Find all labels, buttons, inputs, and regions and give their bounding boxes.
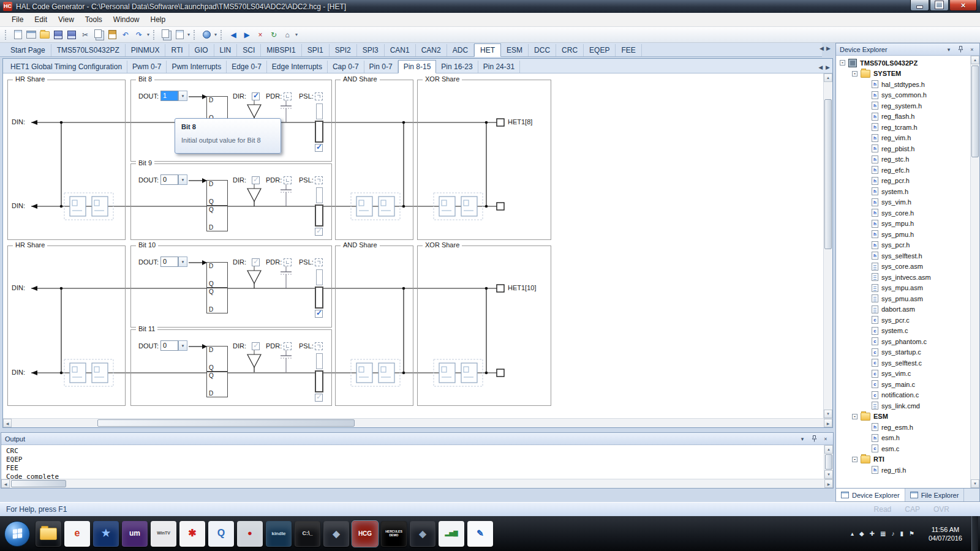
nav-stop-button[interactable]: × <box>254 29 267 41</box>
tree-file-sys-selftest-c[interactable]: csys_selftest.c <box>836 358 970 369</box>
psl-checkbox[interactable] <box>315 342 323 350</box>
chevron-down-icon[interactable]: ▾ <box>799 435 806 443</box>
collapse-toggle[interactable]: - <box>852 71 858 77</box>
pin-icon[interactable] <box>810 435 818 443</box>
view-code-button[interactable] <box>159 29 173 41</box>
taskbar-item-stats-app[interactable]: ▂▅▇ <box>439 521 464 547</box>
nav-home-button[interactable]: ⌂ <box>281 29 294 41</box>
output-vertical-scrollbar[interactable]: ▲ ▼ <box>824 445 833 479</box>
nav-refresh-button[interactable]: ↻ <box>267 29 281 41</box>
tree-file-sys-link-cmd[interactable]: sys_link.cmd <box>836 400 970 411</box>
new-window-button[interactable] <box>24 29 38 41</box>
tree-file-sys-selftest-h[interactable]: hsys_selftest.h <box>836 250 970 261</box>
tab-scroll-right-icon[interactable]: ▶ <box>826 45 831 51</box>
subtab-pwm-interrupts[interactable]: Pwm Interrupts <box>167 61 227 73</box>
tree-file-sys-startup-c[interactable]: csys_startup.c <box>836 347 970 358</box>
new-file-button[interactable] <box>11 29 24 41</box>
tree-file-reg-system-h[interactable]: hreg_system.h <box>836 100 970 111</box>
dout-input[interactable]: 0 <box>160 340 178 351</box>
tree-file-sys-intvecs-asm[interactable]: sys_intvecs.asm <box>836 272 970 283</box>
show-desktop-button[interactable] <box>971 516 978 551</box>
pdr-checkbox[interactable] <box>284 258 292 266</box>
subtab-pwm-0-7[interactable]: Pwm 0-7 <box>127 61 167 73</box>
menu-view[interactable]: View <box>53 13 80 26</box>
subtab-het1-global-timing-configuration[interactable]: HET1 Global Timing Configuration <box>6 61 127 73</box>
chevron-down-icon[interactable]: ▾ <box>945 46 952 53</box>
maximize-button[interactable] <box>930 0 949 11</box>
tray-display-icon[interactable]: ▦ <box>880 530 886 537</box>
generate-code-button[interactable] <box>200 29 213 41</box>
tree-file-sys-vim-h[interactable]: hsys_vim.h <box>836 197 970 208</box>
tab-gio[interactable]: GIO <box>189 44 214 56</box>
tree-file-hal-stdtypes-h[interactable]: hhal_stdtypes.h <box>836 79 970 90</box>
tab-tms570ls0432pz[interactable]: TMS570LS0432PZ <box>51 44 126 56</box>
paste-button[interactable] <box>105 29 119 41</box>
dir-checkbox[interactable] <box>252 258 260 266</box>
tab-start-page[interactable]: Start Page <box>5 44 51 56</box>
pin-icon[interactable] <box>957 46 964 53</box>
dir-checkbox[interactable] <box>252 342 260 350</box>
copy-button[interactable] <box>92 29 105 41</box>
subtab-scroll-right-icon[interactable]: ▶ <box>826 64 830 70</box>
taskbar-item-kindle[interactable]: kindle <box>266 521 292 547</box>
scrollbar-thumb[interactable] <box>971 66 979 157</box>
start-button[interactable] <box>4 521 30 547</box>
tree-file-reg-efc-h[interactable]: hreg_efc.h <box>836 165 970 176</box>
collapse-toggle[interactable]: - <box>840 60 845 66</box>
tab-can2[interactable]: CAN2 <box>416 44 447 56</box>
taskbar-item-quicktime[interactable]: Q <box>208 521 234 547</box>
tree-file-sys-pcr-h[interactable]: hsys_pcr.h <box>836 240 970 251</box>
tray-volume-icon[interactable]: ♪ <box>891 530 894 537</box>
taskbar-item-browser[interactable]: e <box>64 521 90 547</box>
tree-file-reg-pcr-h[interactable]: hreg_pcr.h <box>836 176 970 187</box>
scroll-up-button[interactable]: ▲ <box>971 56 979 64</box>
toolbar-group-dropdown-icon[interactable]: ▾ <box>295 32 298 37</box>
nav-forward-button[interactable]: ▶ <box>240 29 254 41</box>
tab-het[interactable]: HET <box>474 43 501 57</box>
nav-back-button[interactable]: ◀ <box>227 29 240 41</box>
psl-enable-checkbox[interactable] <box>315 144 323 152</box>
tree-file-sys-core-h[interactable]: hsys_core.h <box>836 208 970 219</box>
taskbar-clock[interactable]: 11:56 AM 04/07/2016 <box>929 525 962 542</box>
taskbar-item-wintv[interactable]: WinTV <box>151 521 176 547</box>
tree-file-sys-pmu-asm[interactable]: sys_pmu.asm <box>836 293 970 304</box>
tab-sci[interactable]: SCI <box>237 44 261 56</box>
toolbar-group-dropdown-icon[interactable]: ▾ <box>147 32 149 37</box>
tree-file-reg-tcram-h[interactable]: hreg_tcram.h <box>836 122 970 133</box>
psl-checkbox[interactable] <box>315 92 323 100</box>
psl-enable-checkbox[interactable] <box>315 228 323 236</box>
scroll-left-button[interactable]: ◀ <box>3 419 12 427</box>
close-icon[interactable]: × <box>968 46 976 53</box>
tree-file-esm-c[interactable]: cesm.c <box>836 443 970 454</box>
tab-spi3[interactable]: SPI3 <box>357 44 385 56</box>
scrollbar-thumb[interactable] <box>97 419 355 427</box>
subtab-scroll-left-icon[interactable]: ◀ <box>818 64 823 70</box>
tray-av-icon[interactable]: ✚ <box>870 530 875 537</box>
output-horizontal-scrollbar[interactable]: ◀ ▶ <box>1 479 833 488</box>
tree-file-reg-stc-h[interactable]: hreg_stc.h <box>836 154 970 165</box>
title-bar[interactable]: HC HAL Code Generator - C:\Personal Data… <box>0 0 980 13</box>
menu-edit[interactable]: Edit <box>29 13 53 26</box>
tab-eqep[interactable]: EQEP <box>584 44 616 56</box>
save-all-button[interactable] <box>65 29 78 41</box>
tree-file-notification-c[interactable]: cnotification.c <box>836 390 970 401</box>
pdr-checkbox[interactable] <box>284 92 292 100</box>
show-hidden-icons-icon[interactable]: ▴ <box>851 530 854 537</box>
scroll-up-button[interactable]: ▲ <box>824 445 833 454</box>
taskbar-item-media-red[interactable]: ✱ <box>179 521 205 547</box>
minimize-button[interactable] <box>910 0 929 11</box>
tree-file-sys-pmu-h[interactable]: hsys_pmu.h <box>836 229 970 240</box>
tree-file-reg-flash-h[interactable]: hreg_flash.h <box>836 111 970 122</box>
dout-input[interactable]: 1 <box>160 91 178 101</box>
dir-checkbox[interactable] <box>252 176 260 184</box>
tab-spi2[interactable]: SPI2 <box>330 44 357 56</box>
tree-file-system-h[interactable]: hsystem.h <box>836 186 970 197</box>
pdr-checkbox[interactable] <box>284 342 292 350</box>
tab-adc[interactable]: ADC <box>447 44 474 56</box>
dir-checkbox[interactable] <box>252 92 260 100</box>
taskbar-item-nx-app[interactable]: ✎ <box>467 521 493 547</box>
subtab-cap-0-7[interactable]: Cap 0-7 <box>328 61 364 73</box>
tree-vertical-scrollbar[interactable]: ▲ ▼ <box>970 56 979 488</box>
menu-file[interactable]: File <box>6 13 29 26</box>
panel-tab-device-explorer[interactable]: Device Explorer <box>836 489 905 501</box>
